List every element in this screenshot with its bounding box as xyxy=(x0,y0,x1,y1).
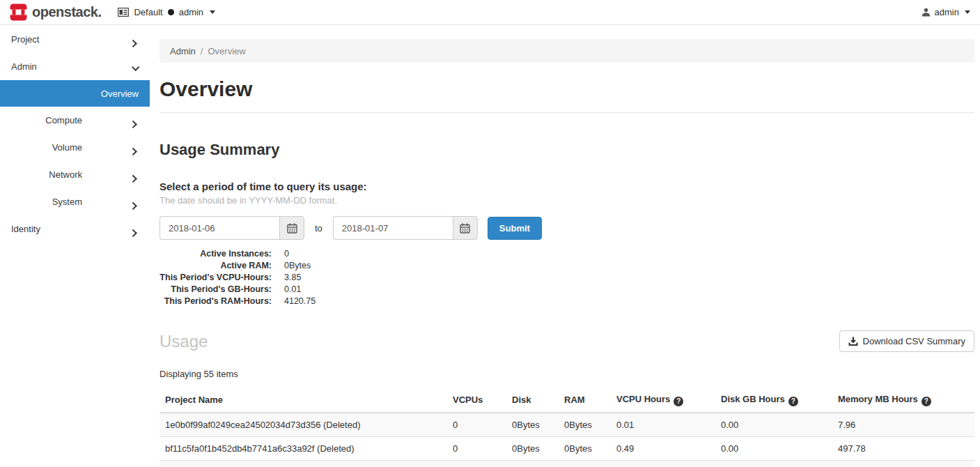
breadcrumb-current: Overview xyxy=(208,46,245,56)
openstack-brand[interactable]: openstack. xyxy=(10,3,101,21)
divider xyxy=(160,112,974,113)
user-menu[interactable]: admin xyxy=(921,7,970,17)
main-content: Admin / Overview Overview Usage Summary … xyxy=(160,26,974,467)
chevron-right-icon xyxy=(132,121,138,126)
col-label: Disk GB Hours xyxy=(721,394,785,404)
cell-vcpu-hours: 0.49 xyxy=(611,436,715,460)
col-vcpu-hours: VCPU Hours? xyxy=(611,388,715,413)
table-row: 1e0b0f99af0249cea24502034d73d356 (Delete… xyxy=(160,413,974,437)
sidebar-item-volume[interactable]: Volume xyxy=(0,134,150,161)
cell-vcpu-hours: 0.11 xyxy=(611,460,715,467)
stat-active-ram: Active RAM: 0Bytes xyxy=(160,260,974,272)
cell-disk-gb-hours: 0.00 xyxy=(715,460,832,467)
date-range-prompt: Select a period of time to query its usa… xyxy=(160,181,974,192)
top-navbar: openstack. Default admin admin xyxy=(0,0,980,25)
chevron-right-icon xyxy=(132,148,138,153)
date-to-group xyxy=(333,216,478,240)
cell-vcpus: 0 xyxy=(447,436,506,460)
col-label: VCPUs xyxy=(453,395,483,405)
context-separator-dot xyxy=(168,9,174,15)
col-project-name: Project Name xyxy=(160,388,447,413)
cell-ram: 0Bytes xyxy=(559,436,611,460)
cell-vcpus: 0 xyxy=(447,460,506,467)
col-vcpus: VCPUs xyxy=(447,388,506,413)
date-format-hint: The date should be in YYYY-MM-DD format. xyxy=(160,195,974,206)
table-row: bf11c5fa0f1b452db4b7741a6c33a92f (Delete… xyxy=(160,436,974,460)
breadcrumb-separator: / xyxy=(201,46,203,56)
chevron-right-icon xyxy=(132,40,138,45)
user-icon xyxy=(921,8,931,17)
chevron-right-icon xyxy=(132,202,138,208)
date-to-input[interactable] xyxy=(333,216,453,240)
cell-memory-mb-hours: 7.96 xyxy=(832,413,974,437)
col-disk: Disk xyxy=(506,388,559,413)
usage-section-header: Usage Download CSV Summary xyxy=(160,330,974,352)
date-from-input[interactable] xyxy=(160,216,279,240)
sidebar-item-overview[interactable]: Overview xyxy=(0,80,150,107)
context-domain-label: Default xyxy=(134,7,162,17)
sidebar-item-label: Volume xyxy=(52,142,82,153)
stat-value: 4120.75 xyxy=(272,296,316,307)
cell-project-name: ea1f2f357c09465eb6991edf7079efbe (Delete… xyxy=(160,460,447,467)
cell-disk: 0Bytes xyxy=(506,413,559,437)
sidebar-item-identity[interactable]: Identity xyxy=(0,215,150,243)
cell-disk-gb-hours: 0.00 xyxy=(715,436,832,460)
usage-heading: Usage xyxy=(160,332,208,351)
breadcrumb: Admin / Overview xyxy=(160,39,974,63)
stat-value: 0 xyxy=(272,248,289,260)
stat-value: 3.85 xyxy=(272,272,301,284)
domain-project-switcher[interactable]: Default admin xyxy=(118,7,215,17)
table-row: ea1f2f357c09465eb6991edf7079efbe (Delete… xyxy=(160,460,974,467)
sidebar-item-compute[interactable]: Compute xyxy=(0,107,150,134)
cell-project-name: bf11c5fa0f1b452db4b7741a6c33a92f (Delete… xyxy=(160,436,447,460)
sidebar-item-label: Admin xyxy=(11,61,37,72)
col-ram: RAM xyxy=(559,388,611,413)
download-icon xyxy=(848,337,858,346)
items-count: Displaying 55 items xyxy=(160,369,974,379)
openstack-logo-icon xyxy=(10,3,27,21)
stat-label: Active RAM: xyxy=(160,260,272,272)
download-csv-button[interactable]: Download CSV Summary xyxy=(839,330,974,352)
sidebar-item-label: Project xyxy=(11,34,39,45)
help-icon[interactable]: ? xyxy=(921,397,931,406)
help-icon[interactable]: ? xyxy=(674,397,683,406)
calendar-icon[interactable] xyxy=(279,216,304,240)
submit-button[interactable]: Submit xyxy=(488,217,542,240)
sidebar-item-network[interactable]: Network xyxy=(0,161,150,188)
sidebar-item-label: System xyxy=(52,197,82,207)
col-label: Disk xyxy=(512,395,531,405)
stat-vcpu-hours: This Period's VCPU-Hours: 3.85 xyxy=(160,272,974,284)
cell-vcpus: 0 xyxy=(447,413,506,437)
sidebar-nav: Project Admin Overview Compute Volume Ne… xyxy=(0,26,150,243)
help-icon[interactable]: ? xyxy=(788,397,798,406)
cell-disk-gb-hours: 0.00 xyxy=(715,413,832,437)
stat-label: This Period's VCPU-Hours: xyxy=(160,272,272,284)
chevron-right-icon xyxy=(132,229,138,235)
context-project-label: admin xyxy=(179,7,203,17)
cell-disk: 0Bytes xyxy=(506,436,559,460)
stat-ram-hours: This Period's RAM-Hours: 4120.75 xyxy=(160,296,974,307)
usage-summary-heading: Usage Summary xyxy=(160,141,974,159)
cell-memory-mb-hours: 110.93 xyxy=(832,460,974,467)
sidebar-item-system[interactable]: System xyxy=(0,188,150,215)
stat-active-instances: Active Instances: 0 xyxy=(160,248,974,260)
sidebar-item-project[interactable]: Project xyxy=(0,26,150,53)
chevron-right-icon xyxy=(132,175,138,181)
sidebar-item-label: Network xyxy=(49,169,82,180)
user-name-label: admin xyxy=(935,7,959,17)
usage-table: Project Name VCPUs Disk RAM VCPU Hours? … xyxy=(160,388,974,467)
col-memory-mb-hours: Memory MB Hours? xyxy=(832,388,974,413)
col-label: RAM xyxy=(564,395,585,405)
cell-project-name: 1e0b0f99af0249cea24502034d73d356 (Delete… xyxy=(160,413,447,437)
stat-label: This Period's GB-Hours: xyxy=(160,284,272,296)
calendar-icon[interactable] xyxy=(453,216,478,240)
breadcrumb-admin-link[interactable]: Admin xyxy=(170,46,196,56)
col-label: Project Name xyxy=(165,395,223,405)
cell-ram: 0Bytes xyxy=(559,413,611,437)
download-label: Download CSV Summary xyxy=(863,336,965,346)
domain-icon xyxy=(118,8,129,17)
sidebar-item-admin[interactable]: Admin xyxy=(0,53,150,80)
stat-gb-hours: This Period's GB-Hours: 0.01 xyxy=(160,284,974,296)
stat-label: Active Instances: xyxy=(160,248,272,260)
stat-value: 0Bytes xyxy=(272,260,311,272)
